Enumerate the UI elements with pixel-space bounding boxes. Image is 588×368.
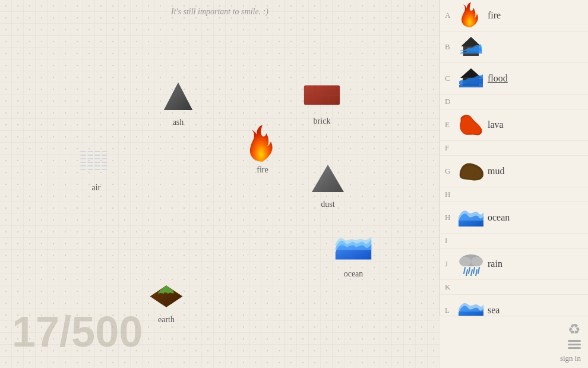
sidebar-letter-j: J bbox=[445, 259, 457, 269]
sidebar-icon-b bbox=[457, 34, 485, 60]
sidebar-letter-h: H bbox=[445, 190, 457, 199]
ocean-canvas-icon bbox=[334, 229, 372, 267]
element-ash[interactable]: ash bbox=[159, 77, 197, 127]
sidebar-item-lava[interactable]: E lava bbox=[440, 109, 588, 141]
sidebar-item-ocean[interactable]: H ocean bbox=[440, 202, 588, 234]
sidebar-label-rain: rain bbox=[488, 259, 502, 269]
element-air[interactable]: air bbox=[77, 143, 115, 193]
header: It's still important to smile. :) bbox=[0, 0, 440, 24]
sidebar-letter-f: F bbox=[445, 143, 457, 153]
sign-in-button[interactable]: sign in bbox=[560, 354, 581, 363]
menu-line-1 bbox=[568, 340, 581, 342]
element-dust[interactable]: dust bbox=[309, 159, 347, 209]
ash-label: ash bbox=[173, 118, 184, 127]
rain-sidebar-icon bbox=[457, 251, 485, 277]
sidebar-letter-a: A bbox=[445, 11, 457, 20]
sidebar-item-i[interactable]: I bbox=[440, 234, 588, 249]
svg-point-42 bbox=[471, 257, 483, 266]
svg-line-49 bbox=[476, 270, 477, 276]
svg-line-48 bbox=[471, 270, 472, 276]
sidebar-item-b[interactable]: B bbox=[440, 32, 588, 63]
svg-line-43 bbox=[464, 268, 465, 273]
dust-label: dust bbox=[321, 200, 334, 209]
sidebar-controls: ♻ sign in bbox=[440, 316, 588, 368]
sidebar-letter-c: C bbox=[445, 74, 457, 83]
sidebar-label-fire: fire bbox=[488, 10, 501, 21]
sidebar-item-mud[interactable]: G mud bbox=[440, 156, 588, 187]
sidebar-letter-d: D bbox=[445, 97, 457, 106]
sidebar-letter-g: G bbox=[445, 166, 457, 176]
flood-sidebar-icon bbox=[457, 65, 485, 92]
sidebar-letter-e: E bbox=[445, 120, 457, 130]
sidebar-letter-l: L bbox=[445, 306, 457, 315]
menu-button[interactable] bbox=[568, 340, 581, 349]
fire-label: fire bbox=[257, 165, 268, 175]
sidebar-letter-k: K bbox=[445, 282, 457, 292]
ocean-sidebar-icon bbox=[457, 205, 485, 231]
air-label: air bbox=[92, 183, 101, 193]
sidebar-item-h[interactable]: H bbox=[440, 187, 588, 202]
svg-marker-34 bbox=[461, 37, 481, 46]
ash-icon bbox=[159, 77, 197, 115]
sidebar-item-fire[interactable]: A fire bbox=[440, 0, 588, 32]
element-ocean-canvas[interactable]: ocean bbox=[334, 229, 372, 279]
svg-marker-25 bbox=[164, 83, 192, 110]
sidebar-label-ocean: ocean bbox=[488, 212, 510, 223]
dust-icon bbox=[309, 159, 347, 197]
sidebar-letter-h2: H bbox=[445, 213, 457, 222]
sidebar[interactable]: A fire B bbox=[440, 0, 588, 368]
menu-line-3 bbox=[568, 347, 581, 349]
element-fire[interactable]: fire bbox=[244, 125, 282, 175]
earth-icon bbox=[147, 275, 185, 313]
sidebar-item-rain[interactable]: J rain bbox=[440, 249, 588, 280]
sidebar-label-mud: mud bbox=[488, 166, 504, 177]
svg-line-45 bbox=[473, 268, 475, 273]
brick-icon bbox=[303, 76, 341, 114]
earth-label: earth bbox=[158, 315, 175, 325]
menu-line-2 bbox=[568, 344, 581, 345]
brick-label: brick bbox=[314, 117, 331, 126]
svg-marker-30 bbox=[312, 165, 344, 192]
air-icon bbox=[77, 143, 115, 181]
svg-line-46 bbox=[478, 268, 479, 273]
recycle-button[interactable]: ♻ bbox=[568, 321, 581, 338]
sidebar-label-flood: flood bbox=[488, 73, 508, 84]
main-canvas[interactable]: It's still important to smile. :) 17/500… bbox=[0, 0, 440, 368]
sidebar-item-flood[interactable]: C flood bbox=[440, 63, 588, 95]
sidebar-item-f[interactable]: F bbox=[440, 141, 588, 156]
element-earth[interactable]: earth bbox=[147, 275, 185, 325]
sidebar-letter-b: B bbox=[445, 42, 457, 52]
sidebar-item-k[interactable]: K bbox=[440, 280, 588, 295]
svg-point-41 bbox=[459, 257, 471, 266]
svg-line-44 bbox=[469, 268, 470, 273]
sidebar-item-d[interactable]: D bbox=[440, 95, 588, 109]
svg-line-47 bbox=[466, 270, 467, 276]
lava-sidebar-icon bbox=[457, 112, 485, 138]
header-message: It's still important to smile. :) bbox=[171, 7, 268, 17]
ocean-canvas-label: ocean bbox=[344, 269, 363, 279]
fire-sidebar-icon bbox=[457, 2, 485, 29]
score-display: 17/500 bbox=[12, 307, 143, 356]
fire-icon bbox=[244, 125, 282, 163]
element-brick[interactable]: brick bbox=[303, 76, 341, 126]
sidebar-label-sea: sea bbox=[488, 305, 500, 316]
mud-sidebar-icon bbox=[457, 158, 485, 184]
sidebar-letter-i: I bbox=[445, 236, 457, 246]
sidebar-label-lava: lava bbox=[488, 119, 504, 130]
